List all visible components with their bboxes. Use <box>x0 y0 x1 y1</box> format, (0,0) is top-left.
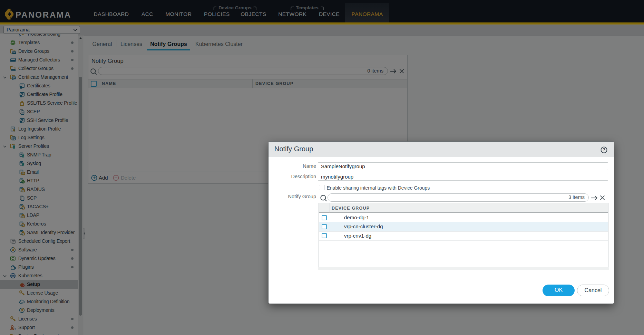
svg-text:?: ? <box>603 147 605 152</box>
